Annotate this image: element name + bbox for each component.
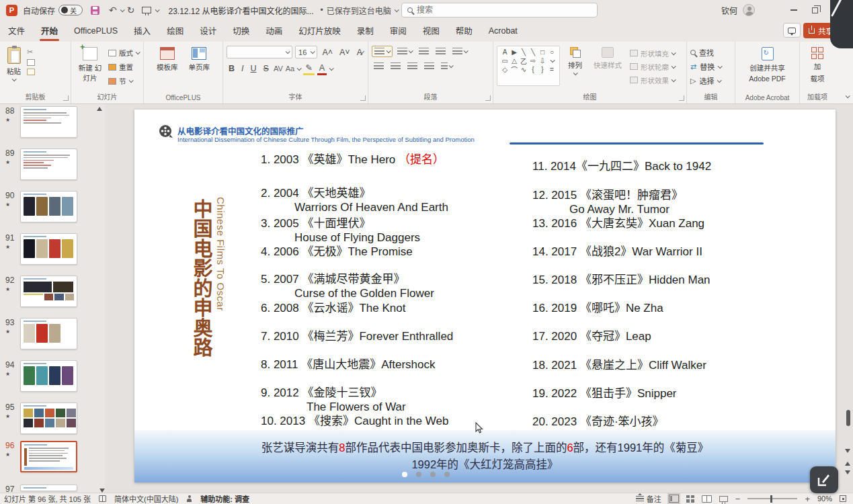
avatar[interactable] [743, 4, 755, 16]
slide-thumbnail-92[interactable] [20, 276, 77, 307]
shape-effects-button[interactable]: 形状效果 [630, 74, 675, 86]
grow-font-button[interactable]: A˄ [320, 47, 335, 58]
slideshow-view-button[interactable] [719, 496, 728, 502]
justify-button[interactable] [422, 61, 436, 71]
save-status[interactable]: •已保存到这台电脑 [321, 5, 398, 16]
layout-button[interactable]: 版式 [108, 48, 139, 58]
tab-help[interactable]: 帮助 [448, 19, 481, 42]
font-name-combo[interactable] [227, 46, 292, 58]
tab-insert[interactable]: 插入 [126, 19, 159, 42]
replace-button[interactable]: ⇄替换 [690, 61, 731, 72]
decrease-indent-button[interactable] [417, 46, 431, 56]
tab-officeplus[interactable]: OfficePLUS [66, 22, 126, 41]
paragraph-dialog-launcher[interactable] [485, 95, 491, 101]
clear-format-button[interactable]: A̷ [355, 47, 364, 58]
reset-button[interactable]: 重置 [108, 62, 139, 72]
paste-button[interactable]: 粘贴 [3, 46, 24, 83]
change-case-dropdown-icon[interactable] [297, 66, 302, 71]
tab-home[interactable]: 开始 [33, 19, 66, 42]
slide-editor[interactable]: 从电影译介看中国文化的国际推广 International Disseminat… [134, 110, 836, 482]
fit-slide-to-window-icon[interactable] [840, 495, 846, 502]
shrink-font-button[interactable]: A˅ [337, 47, 352, 58]
font-dialog-launcher[interactable] [360, 95, 366, 101]
align-center-button[interactable] [389, 61, 403, 71]
clipboard-dialog-launcher[interactable] [63, 95, 69, 101]
underline-button[interactable]: U [249, 63, 259, 74]
slide-thumbnail-96-selected[interactable] [20, 441, 77, 472]
zoom-in-button[interactable]: + [805, 494, 810, 504]
autosave-toggle[interactable]: 关 [58, 5, 83, 15]
numbering-button[interactable] [395, 46, 414, 56]
highlight-color-button[interactable]: ✎ [303, 62, 314, 75]
slide-thumbnail-93[interactable] [20, 318, 77, 349]
thumbnails-scroll-up-icon[interactable] [97, 107, 102, 111]
font-color-dropdown-icon[interactable] [329, 66, 334, 71]
section-button[interactable]: 节 [108, 76, 139, 86]
columns-button[interactable] [439, 61, 454, 71]
spelling-check-icon[interactable] [99, 495, 106, 502]
zoom-slider-thumb[interactable] [770, 495, 773, 503]
slide-thumbnail-95[interactable] [20, 403, 77, 434]
restore-window-button[interactable] [812, 7, 818, 13]
notes-button[interactable]: 备注 [636, 493, 661, 504]
cut-button[interactable]: ✂ [27, 48, 35, 56]
start-slideshow-icon[interactable] [142, 7, 151, 13]
normal-view-button[interactable] [669, 495, 679, 503]
search-input[interactable] [417, 5, 565, 15]
bullets-button[interactable] [372, 46, 393, 57]
align-left-button[interactable] [372, 61, 386, 71]
vertical-scrollbar[interactable] [845, 104, 851, 493]
font-color-button[interactable]: A [317, 62, 327, 75]
shape-fill-button[interactable]: 形状填充 [630, 47, 675, 59]
comments-button[interactable] [783, 23, 801, 38]
page-library-button[interactable]: 单页库 [186, 46, 214, 73]
slide-thumbnail-89[interactable] [20, 149, 77, 180]
undo-dropdown-icon[interactable] [120, 7, 124, 12]
language-indicator[interactable]: 简体中文(中国大陆) [114, 493, 178, 504]
slide-thumbnail-94[interactable] [20, 360, 77, 392]
shapes-gallery[interactable]: A▶╲╲□○ ▭△乙⇨⇩ ◇⌒∿{}= [497, 46, 560, 86]
accessibility-status[interactable]: 辅助功能: 调查 [200, 493, 249, 504]
tab-animations[interactable]: 动画 [257, 19, 290, 42]
collapse-ribbon-icon[interactable] [846, 93, 850, 98]
slide-sorter-view-button[interactable] [686, 495, 694, 503]
previous-slide-icon[interactable] [845, 462, 850, 466]
quick-styles-button[interactable]: 快速样式 [590, 46, 625, 86]
addins-button[interactable]: 加 载项 [803, 46, 831, 85]
align-right-button[interactable] [405, 61, 419, 71]
increase-indent-button[interactable] [434, 46, 448, 56]
shape-outline-button[interactable]: 形状轮廓 [630, 60, 675, 73]
autosave-control[interactable]: 自动保存 关 [23, 5, 83, 16]
scrollbar-thumb[interactable] [846, 410, 850, 426]
tab-review[interactable]: 审阅 [382, 19, 415, 42]
drawing-dialog-launcher[interactable] [679, 95, 684, 101]
tab-transitions[interactable]: 切换 [225, 19, 257, 42]
quick-access-overflow-icon[interactable] [155, 7, 160, 12]
character-spacing-button[interactable]: AV [274, 65, 283, 73]
tab-file[interactable]: 文件 [0, 19, 33, 42]
zoom-out-button[interactable]: − [735, 494, 741, 504]
new-slide-button[interactable]: 新建 幻灯片 [75, 46, 106, 86]
redo-button[interactable]: ↻ [127, 5, 135, 15]
tab-design[interactable]: 设计 [192, 19, 225, 42]
template-library-button[interactable]: 模板库 [153, 46, 181, 73]
select-button[interactable]: ▷选择 [690, 75, 731, 86]
tab-acrobat[interactable]: Acrobat [481, 22, 526, 41]
create-share-pdf-button[interactable]: 创建并共享 Adobe PDF [739, 46, 796, 84]
zoom-level[interactable]: 90% [817, 495, 832, 503]
change-case-button[interactable]: Aa [286, 65, 294, 73]
format-painter-button[interactable] [27, 69, 35, 75]
italic-button[interactable]: I [239, 63, 245, 74]
find-button[interactable]: 查找 [690, 47, 731, 58]
search-box[interactable] [401, 3, 598, 17]
slide-thumbnail-91[interactable] [20, 233, 77, 265]
strikethrough-button[interactable]: S [261, 63, 271, 74]
minimize-button[interactable] [790, 9, 797, 11]
slide-thumbnail-97[interactable] [20, 485, 77, 491]
zoom-slider[interactable] [747, 498, 797, 499]
undo-button[interactable]: ↶ [109, 5, 117, 15]
copy-button[interactable] [27, 59, 35, 66]
slide-thumbnail-88[interactable] [20, 106, 77, 138]
tab-record[interactable]: 录制 [349, 19, 382, 42]
slide-thumbnail-90[interactable] [20, 191, 77, 222]
